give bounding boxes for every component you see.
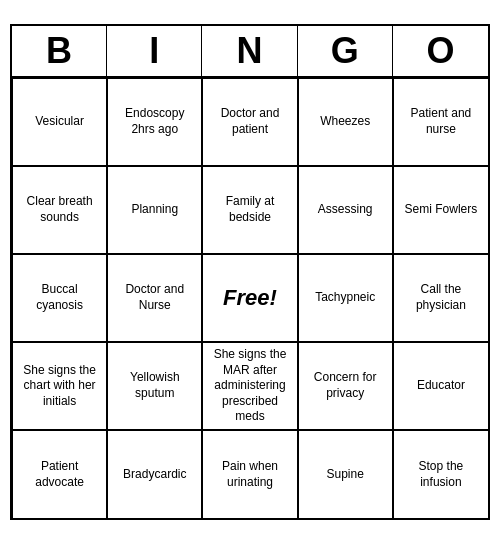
bingo-cell-19[interactable]: Educator xyxy=(393,342,488,430)
bingo-cell-9[interactable]: Semi Fowlers xyxy=(393,166,488,254)
bingo-cell-17[interactable]: She signs the MAR after administering pr… xyxy=(202,342,297,430)
bingo-cell-21[interactable]: Bradycardic xyxy=(107,430,202,518)
bingo-cell-1[interactable]: Endoscopy 2hrs ago xyxy=(107,78,202,166)
bingo-header: BINGO xyxy=(12,26,488,78)
bingo-cell-10[interactable]: Buccal cyanosis xyxy=(12,254,107,342)
bingo-cell-12[interactable]: Free! xyxy=(202,254,297,342)
bingo-cell-4[interactable]: Patient and nurse xyxy=(393,78,488,166)
header-letter-i: I xyxy=(107,26,202,76)
bingo-cell-8[interactable]: Assessing xyxy=(298,166,393,254)
bingo-cell-15[interactable]: She signs the chart with her initials xyxy=(12,342,107,430)
bingo-cell-24[interactable]: Stop the infusion xyxy=(393,430,488,518)
bingo-cell-16[interactable]: Yellowish sputum xyxy=(107,342,202,430)
header-letter-n: N xyxy=(202,26,297,76)
bingo-cell-13[interactable]: Tachypneic xyxy=(298,254,393,342)
bingo-cell-23[interactable]: Supine xyxy=(298,430,393,518)
bingo-cell-11[interactable]: Doctor and Nurse xyxy=(107,254,202,342)
bingo-cell-7[interactable]: Family at bedside xyxy=(202,166,297,254)
bingo-cell-2[interactable]: Doctor and patient xyxy=(202,78,297,166)
bingo-grid: VesicularEndoscopy 2hrs agoDoctor and pa… xyxy=(12,78,488,518)
bingo-cell-0[interactable]: Vesicular xyxy=(12,78,107,166)
bingo-cell-5[interactable]: Clear breath sounds xyxy=(12,166,107,254)
header-letter-b: B xyxy=(12,26,107,76)
bingo-cell-6[interactable]: Planning xyxy=(107,166,202,254)
bingo-cell-20[interactable]: Patient advocate xyxy=(12,430,107,518)
header-letter-o: O xyxy=(393,26,488,76)
bingo-cell-22[interactable]: Pain when urinating xyxy=(202,430,297,518)
bingo-cell-14[interactable]: Call the physician xyxy=(393,254,488,342)
bingo-card: BINGO VesicularEndoscopy 2hrs agoDoctor … xyxy=(10,24,490,520)
header-letter-g: G xyxy=(298,26,393,76)
bingo-cell-3[interactable]: Wheezes xyxy=(298,78,393,166)
bingo-cell-18[interactable]: Concern for privacy xyxy=(298,342,393,430)
